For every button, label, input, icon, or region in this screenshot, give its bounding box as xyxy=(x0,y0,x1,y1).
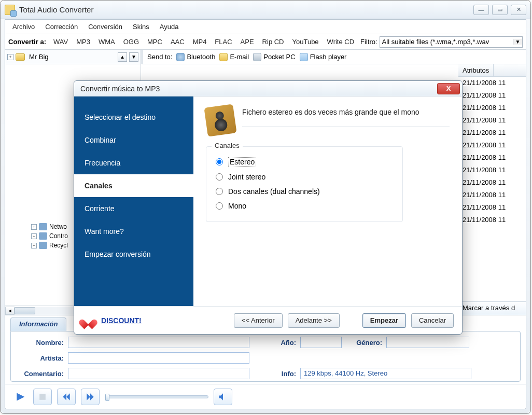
bluetooth-icon xyxy=(176,53,185,61)
previous-button[interactable]: << Anterior xyxy=(234,313,283,328)
seek-slider[interactable] xyxy=(105,395,208,398)
dialog-main-panel: Fichero estereo es dos veces más grande … xyxy=(193,96,462,306)
folder-name[interactable]: Mr Big xyxy=(27,53,116,61)
filter-input[interactable] xyxy=(380,38,513,46)
menubar: Archivo Corrección Conversión Skins Ayud… xyxy=(5,20,526,34)
format-aac[interactable]: AAC xyxy=(166,38,189,46)
file-row[interactable]: 21/11/2008 11 xyxy=(458,77,526,89)
player-bar xyxy=(5,384,526,409)
format-writecd[interactable]: Write CD xyxy=(323,38,358,46)
format-ripcd[interactable]: Rip CD xyxy=(258,38,288,46)
send-to-bluetooth[interactable]: Bluetooth xyxy=(176,53,215,61)
menu-ayuda[interactable]: Ayuda xyxy=(156,21,183,33)
minimize-button[interactable]: — xyxy=(473,5,489,15)
seek-thumb[interactable] xyxy=(105,394,109,401)
format-wma[interactable]: WMA xyxy=(94,38,119,46)
next-track-button[interactable] xyxy=(81,389,100,405)
discount-link[interactable]: DISCOUNT! xyxy=(101,316,142,325)
file-row[interactable]: 21/11/2008 11 xyxy=(458,214,526,226)
current-folder-bar: + Mr Big ▲ ▼ xyxy=(5,50,141,64)
folder-down-button[interactable]: ▼ xyxy=(129,52,138,62)
file-row[interactable]: 21/11/2008 11 xyxy=(458,189,526,201)
radio-mono-input[interactable] xyxy=(216,202,223,210)
genero-field[interactable] xyxy=(386,337,469,348)
column-header-atributos[interactable]: Atributos xyxy=(458,64,494,76)
dialog-message: Fichero estereo es dos veces más grande … xyxy=(242,108,450,116)
format-youtube[interactable]: YouTube xyxy=(288,38,323,46)
file-row[interactable]: 21/11/2008 11 xyxy=(458,102,526,114)
info-tab[interactable]: Información xyxy=(10,317,66,331)
file-row[interactable]: 21/11/2008 11 xyxy=(458,139,526,151)
volume-button[interactable] xyxy=(214,389,232,405)
speaker-icon xyxy=(204,104,236,136)
scroll-thumb[interactable] xyxy=(15,307,35,314)
send-to-toolbar: Send to: Bluetooth E-mail Pocket PC Flas… xyxy=(141,50,526,64)
radio-estereo[interactable]: Estereo xyxy=(216,154,393,170)
file-row[interactable]: 21/11/2008 11 xyxy=(458,201,526,214)
file-row[interactable]: 21/11/2008 11 xyxy=(458,114,526,127)
format-wav[interactable]: WAV xyxy=(49,38,72,46)
select-all-link[interactable]: Marcar a través d xyxy=(458,301,526,315)
file-row[interactable]: 21/11/2008 11 xyxy=(458,176,526,189)
file-row[interactable]: 21/11/2008 11 xyxy=(458,127,526,139)
menu-conversion[interactable]: Conversión xyxy=(84,21,127,33)
radio-joint-stereo-input[interactable] xyxy=(216,173,223,181)
format-mpc[interactable]: MPC xyxy=(143,38,166,46)
menu-skins[interactable]: Skins xyxy=(129,21,153,33)
format-mp3[interactable]: MP3 xyxy=(72,38,94,46)
stop-button[interactable] xyxy=(33,389,52,405)
step-start-conversion[interactable]: Empezar conversión xyxy=(74,243,193,266)
menu-archivo[interactable]: Archivo xyxy=(8,21,39,33)
send-to-flashplayer[interactable]: Flash player xyxy=(300,53,347,61)
step-destination[interactable]: Seleccionar el destino xyxy=(74,106,193,129)
close-window-button[interactable]: ✕ xyxy=(511,5,526,15)
artista-field[interactable] xyxy=(68,352,249,364)
menu-correccion[interactable]: Corrección xyxy=(41,21,82,33)
info-field: 129 kbps, 44100 Hz, Stereo xyxy=(300,368,471,379)
format-mp4[interactable]: MP4 xyxy=(189,38,211,46)
scroll-left-icon[interactable]: ◄ xyxy=(5,307,15,315)
next-button[interactable]: Adelante >> xyxy=(288,313,340,328)
filter-dropdown-icon[interactable]: ▼ xyxy=(513,39,522,45)
play-button[interactable] xyxy=(12,389,28,405)
step-want-more[interactable]: Want more? xyxy=(74,220,193,243)
flashplayer-icon xyxy=(300,53,308,61)
file-row[interactable]: 21/11/2008 11 xyxy=(458,151,526,164)
file-row[interactable]: 21/11/2008 11 xyxy=(458,89,526,102)
format-ogg[interactable]: OGG xyxy=(119,38,143,46)
step-frequency[interactable]: Frecuencia xyxy=(74,151,193,174)
comentario-field[interactable] xyxy=(68,368,249,379)
format-ape[interactable]: APE xyxy=(236,38,258,46)
filter-combobox[interactable]: ▼ xyxy=(380,36,523,48)
dialog-titlebar: Convertir música to MP3 X xyxy=(74,81,462,96)
cancel-button[interactable]: Cancelar xyxy=(411,313,454,328)
convert-label: Convertir a: xyxy=(8,38,46,46)
radio-mono[interactable]: Mono xyxy=(216,199,393,213)
dialog-close-button[interactable]: X xyxy=(437,83,460,94)
radio-dual-channels[interactable]: Dos canales (dual channels) xyxy=(216,184,393,199)
step-channels[interactable]: Canales xyxy=(74,174,193,197)
info-label: Info: xyxy=(270,370,296,378)
send-to-email[interactable]: E-mail xyxy=(219,53,249,61)
step-combine[interactable]: Combinar xyxy=(74,129,193,151)
maximize-button[interactable]: ▭ xyxy=(492,5,508,15)
filter-label: Filtro: xyxy=(360,38,377,46)
channels-group: Canales Estereo Joint stereo Dos canales… xyxy=(206,146,403,222)
prev-track-button[interactable] xyxy=(57,389,76,405)
folder-up-button[interactable]: ▲ xyxy=(118,52,127,62)
start-button[interactable]: Empezar xyxy=(362,313,406,328)
dialog-step-sidebar: Seleccionar el destino Combinar Frecuenc… xyxy=(74,96,193,306)
ano-label: Año: xyxy=(270,339,296,347)
folder-expand-icon[interactable]: + xyxy=(7,54,13,60)
step-bitrate[interactable]: Corriente xyxy=(74,197,193,220)
nombre-field[interactable] xyxy=(68,337,249,348)
comentario-label: Comentario: xyxy=(17,370,64,378)
format-flac[interactable]: FLAC xyxy=(211,38,236,46)
radio-dual-channels-input[interactable] xyxy=(216,188,223,195)
folder-icon xyxy=(16,53,25,61)
radio-joint-stereo[interactable]: Joint stereo xyxy=(216,170,393,184)
send-to-pocketpc[interactable]: Pocket PC xyxy=(253,53,295,61)
radio-estereo-input[interactable] xyxy=(216,158,223,165)
file-row[interactable]: 21/11/2008 11 xyxy=(458,164,526,176)
ano-field[interactable] xyxy=(300,337,342,348)
